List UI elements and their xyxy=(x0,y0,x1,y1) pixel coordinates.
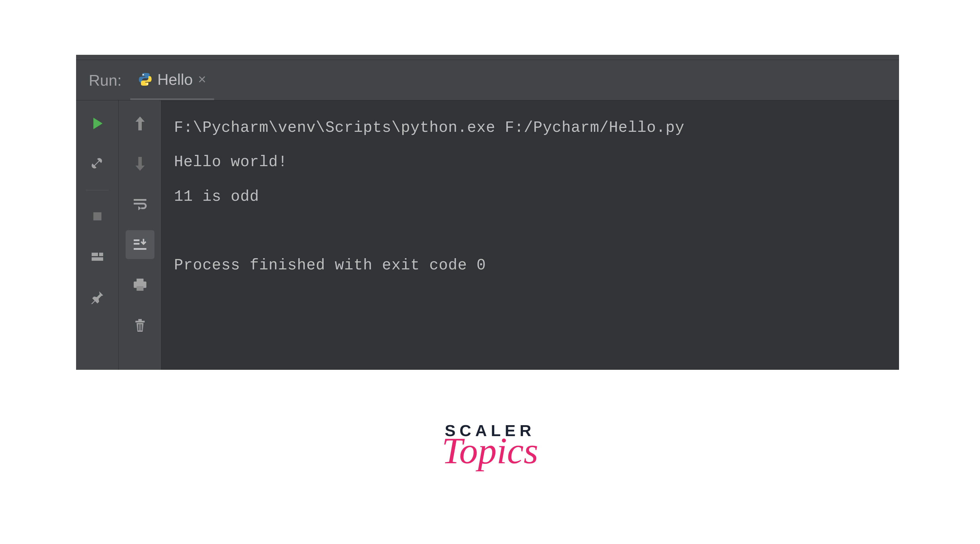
svg-rect-13 xyxy=(135,321,145,322)
console-line: Hello world! xyxy=(174,153,288,171)
svg-point-0 xyxy=(143,74,144,75)
svg-rect-4 xyxy=(99,253,103,256)
rerun-button[interactable] xyxy=(83,109,112,138)
scaler-topics-logo: SCALER Topics xyxy=(442,421,538,469)
up-arrow-button[interactable] xyxy=(126,109,154,138)
run-toolbar-primary xyxy=(76,101,119,370)
python-icon xyxy=(138,72,152,86)
logo-line2: Topics xyxy=(442,432,538,469)
console-output[interactable]: F:\Pycharm\venv\Scripts\python.exe F:/Py… xyxy=(161,101,899,370)
scroll-to-end-button[interactable] xyxy=(126,230,154,259)
close-icon[interactable]: × xyxy=(198,72,206,86)
svg-rect-10 xyxy=(137,279,143,282)
run-tab-bar: Run: Hello × xyxy=(76,60,899,101)
pin-button[interactable] xyxy=(83,283,112,311)
run-label: Run: xyxy=(76,71,130,89)
svg-rect-14 xyxy=(138,319,142,321)
console-line: 11 is odd xyxy=(174,188,259,205)
svg-rect-9 xyxy=(134,248,146,250)
soft-wrap-button[interactable] xyxy=(126,190,154,219)
svg-rect-16 xyxy=(140,324,140,330)
down-arrow-button[interactable] xyxy=(126,149,154,178)
layout-button[interactable] xyxy=(83,242,112,271)
wrench-button[interactable] xyxy=(83,149,112,178)
toolbar-divider xyxy=(86,190,109,190)
print-button[interactable] xyxy=(126,271,154,299)
trash-button[interactable] xyxy=(126,311,154,340)
window-top-strip xyxy=(76,55,899,60)
ide-run-panel: Run: Hello × xyxy=(76,55,899,370)
tab-label: Hello xyxy=(158,70,193,88)
run-body: F:\Pycharm\venv\Scripts\python.exe F:/Py… xyxy=(76,101,899,370)
svg-rect-2 xyxy=(93,212,102,220)
console-line: Process finished with exit code 0 xyxy=(174,257,486,274)
svg-rect-8 xyxy=(134,243,140,245)
svg-point-1 xyxy=(147,83,148,85)
svg-rect-3 xyxy=(92,253,98,256)
run-tab-hello[interactable]: Hello × xyxy=(130,60,214,100)
svg-rect-12 xyxy=(137,286,143,291)
svg-rect-6 xyxy=(134,199,146,201)
svg-rect-7 xyxy=(134,239,140,241)
stop-button[interactable] xyxy=(83,202,112,231)
svg-rect-15 xyxy=(138,324,139,330)
run-toolbar-secondary xyxy=(119,101,161,370)
console-line: F:\Pycharm\venv\Scripts\python.exe F:/Py… xyxy=(174,119,684,136)
svg-rect-17 xyxy=(141,324,142,330)
svg-rect-5 xyxy=(92,257,103,261)
